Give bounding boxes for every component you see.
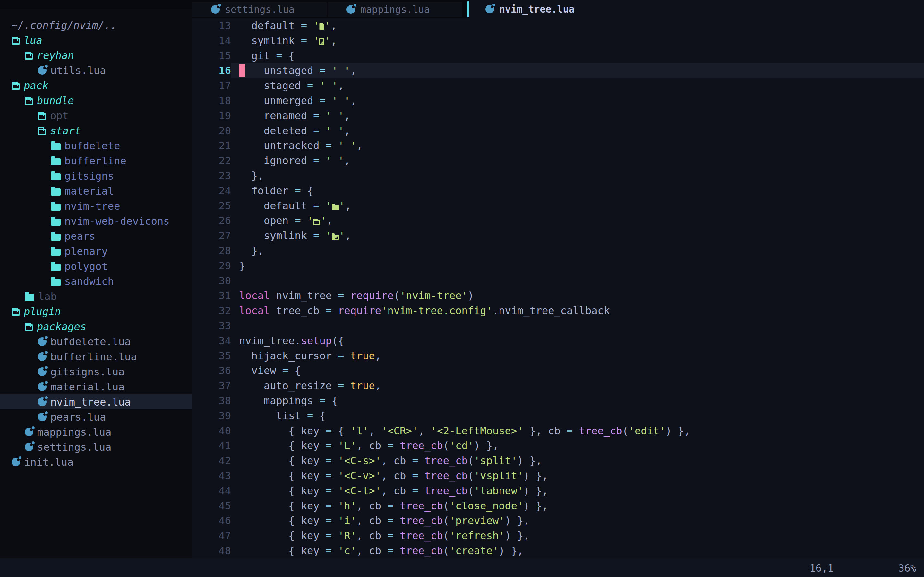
folder-symlink-glyph-icon [332, 235, 339, 240]
tree-item-lua[interactable]: lua [0, 33, 192, 48]
token: '<CR>' [381, 425, 418, 437]
code-line-18[interactable]: 18 unmerged = ' ', [192, 93, 924, 108]
tree-item-plugin[interactable]: plugin [0, 304, 192, 319]
code-line-43[interactable]: 43 { key = '<C-v>', cb = tree_cb('vsplit… [192, 468, 924, 484]
tree-item-settings.lua[interactable]: settings.lua [0, 440, 192, 455]
token: ( [622, 425, 628, 437]
token: ( [443, 545, 449, 557]
tree-item-nvim-tree.lua[interactable]: nvim_tree.lua [0, 394, 192, 409]
tree-item-polygot[interactable]: polygot [0, 259, 192, 274]
code-line-34[interactable]: 34nvim_tree.setup({ [192, 334, 924, 348]
tree-item-opt[interactable]: opt [0, 108, 192, 123]
tree-item-bufferline[interactable]: bufferline [0, 153, 192, 168]
code-line-15[interactable]: 15 git = { [192, 48, 924, 63]
code-line-41[interactable]: 41 { key = 'L', cb = tree_cb('cd') }, [192, 438, 924, 453]
code-line-24[interactable]: 24 folder = { [192, 183, 924, 198]
tree-item-pears.lua[interactable]: pears.lua [0, 409, 192, 424]
code-line-40[interactable]: 40 { key = { 'l', '<CR>', '<2-LeftMouse>… [192, 424, 924, 438]
tree-item-material.lua[interactable]: material.lua [0, 379, 192, 394]
editor-buffer[interactable]: 13 default = '',14 symlink = '',15 git =… [192, 18, 924, 558]
code-line-42[interactable]: 42 { key = '<C-s>', cb = tree_cb('split'… [192, 453, 924, 468]
tab-mappings.lua[interactable]: mappings.lua [328, 2, 462, 17]
code-line-23[interactable]: 23 }, [192, 168, 924, 183]
code-line-35[interactable]: 35 hijack_cursor = true, [192, 348, 924, 364]
code-line-33[interactable]: 33 [192, 318, 924, 334]
token: , [369, 425, 381, 437]
code-line-32[interactable]: 32local tree_cb = require'nvim-tree.conf… [192, 303, 924, 318]
tree-item-packages[interactable]: packages [0, 319, 192, 334]
tree-item-nvim-web-devicons[interactable]: nvim-web-devicons [0, 213, 192, 229]
tree-item-gitsigns[interactable]: gitsigns [0, 168, 192, 183]
code-line-38[interactable]: 38 mappings = { [192, 393, 924, 408]
tree-item-bufdelete[interactable]: bufdelete [0, 138, 192, 153]
code-line-26[interactable]: 26 open = '', [192, 213, 924, 228]
code-line-45[interactable]: 45 { key = 'h', cb = tree_cb('close_node… [192, 498, 924, 514]
token [418, 455, 425, 467]
tree-item-plenary[interactable]: plenary [0, 243, 192, 259]
token: = [326, 425, 332, 437]
tree-item-utils.lua[interactable]: utils.lua [0, 63, 192, 78]
token: , [344, 110, 351, 122]
lua-file-icon [38, 413, 47, 421]
tree-item-start[interactable]: start [0, 123, 192, 138]
code-line-22[interactable]: 22 ignored = ' ', [192, 153, 924, 168]
code-line-44[interactable]: 44 { key = '<C-t>', cb = tree_cb('tabnew… [192, 484, 924, 498]
code-line-36[interactable]: 36 view = { [192, 363, 924, 378]
code-line-16[interactable]: 16 unstaged = ' ', [192, 63, 924, 78]
code-line-17[interactable]: 17 staged = ' ', [192, 78, 924, 93]
code-line-39[interactable]: 39 list = { [192, 408, 924, 424]
code-line-47[interactable]: 47 { key = 'R', cb = tree_cb('refresh') … [192, 528, 924, 543]
token [344, 380, 351, 392]
line-number: 41 [192, 438, 231, 453]
tree-item--.config-nvim-..[interactable]: ~/.config/nvim/.. [0, 18, 192, 33]
token: ( [443, 500, 449, 512]
tree-item-bufferline.lua[interactable]: bufferline.lua [0, 349, 192, 364]
tree-item-material[interactable]: material [0, 183, 192, 198]
folder-open-icon [11, 38, 20, 45]
code-line-21[interactable]: 21 untracked = ' ', [192, 138, 924, 153]
tree-item-pack[interactable]: pack [0, 78, 192, 93]
token: = [319, 395, 325, 407]
tab-settings.lua[interactable]: settings.lua [192, 2, 326, 17]
line-number: 20 [192, 123, 231, 139]
tree-item-label: reyhan [37, 49, 74, 61]
token: default [239, 200, 313, 212]
tree-item-nvim-tree[interactable]: nvim-tree [0, 198, 192, 213]
tree-item-label: material.lua [50, 381, 124, 393]
token: , [344, 125, 351, 137]
tree-item-bundle[interactable]: bundle [0, 93, 192, 108]
code-line-19[interactable]: 19 renamed = ' ', [192, 108, 924, 123]
tab-nvim_tree.lua[interactable]: nvim_tree.lua [469, 0, 924, 18]
code-line-14[interactable]: 14 symlink = '', [192, 33, 924, 48]
tree-item-bufdelete.lua[interactable]: bufdelete.lua [0, 334, 192, 349]
tree-item-reyhan[interactable]: reyhan [0, 48, 192, 63]
token: ( [443, 530, 449, 542]
token [332, 500, 338, 512]
code-line-37[interactable]: 37 auto_resize = true, [192, 378, 924, 393]
code-line-30[interactable]: 30 [192, 274, 924, 288]
token [344, 290, 351, 301]
token [394, 440, 400, 452]
token: 'vsplit' [474, 470, 523, 482]
line-number: 39 [192, 408, 231, 424]
code-line-31[interactable]: 31local nvim_tree = require('nvim-tree') [192, 288, 924, 303]
tree-item-gitsigns.lua[interactable]: gitsigns.lua [0, 364, 192, 379]
code-line-29[interactable]: 29} [192, 258, 924, 274]
tree-item-sandwich[interactable]: sandwich [0, 274, 192, 289]
code-line-48[interactable]: 48 { key = 'c', cb = tree_cb('create') }… [192, 543, 924, 558]
code-text: local tree_cb = require'nvim-tree.config… [231, 303, 924, 318]
tree-item-lab[interactable]: lab [0, 289, 192, 304]
code-line-13[interactable]: 13 default = '', [192, 18, 924, 33]
token: local [239, 305, 270, 317]
code-line-25[interactable]: 25 default = '', [192, 198, 924, 213]
code-line-27[interactable]: 27 symlink = '', [192, 228, 924, 243]
tree-item-init.lua[interactable]: init.lua [0, 455, 192, 470]
code-line-46[interactable]: 46 { key = 'i', cb = tree_cb('preview') … [192, 513, 924, 528]
token: , [344, 155, 351, 167]
code-line-28[interactable]: 28 }, [192, 243, 924, 258]
token: 'tabnew' [474, 485, 523, 497]
code-line-20[interactable]: 20 deleted = ' ', [192, 123, 924, 139]
tree-item-pears[interactable]: pears [0, 229, 192, 243]
tree-item-mappings.lua[interactable]: mappings.lua [0, 424, 192, 440]
code-text: symlink = '', [231, 33, 924, 48]
